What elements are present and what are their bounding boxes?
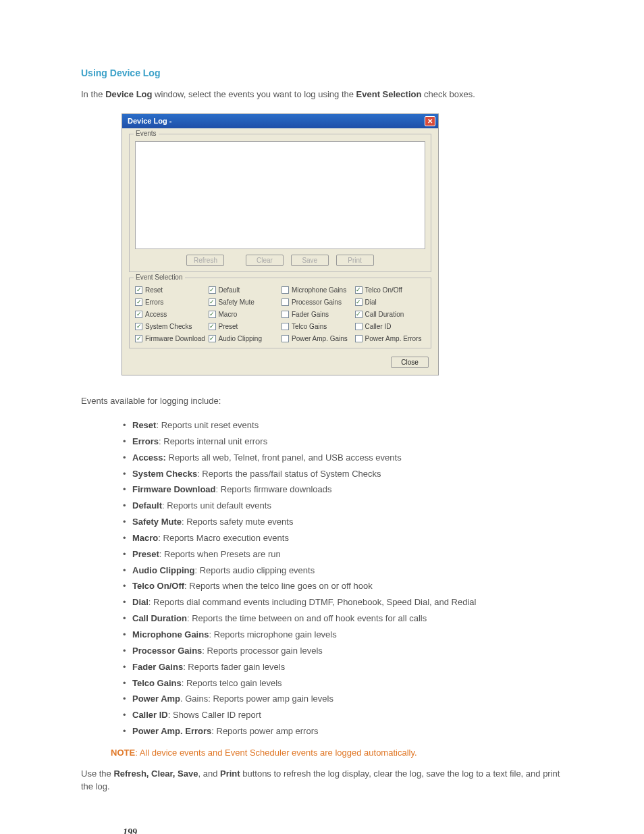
checkbox-label: System Checks <box>145 323 192 330</box>
event-desc: : Reports telco gain levels <box>182 678 282 688</box>
checkbox-safety-mute[interactable]: ✓Safety Mute <box>209 298 279 306</box>
checkbox-label: Processor Gains <box>292 298 342 306</box>
checkbox-box[interactable]: ✓ <box>209 311 216 318</box>
text: Use the <box>81 768 113 779</box>
checkbox-box[interactable]: ✓ <box>135 335 142 342</box>
log-textarea[interactable] <box>135 141 425 249</box>
event-desc: : Reports dial command events including … <box>149 597 477 607</box>
checkbox-label: Macro <box>219 311 238 318</box>
checkbox-box[interactable] <box>281 323 289 330</box>
checkbox-label: Fader Gains <box>292 311 329 318</box>
checkbox-box[interactable]: ✓ <box>135 311 142 318</box>
checkbox-fader-gains[interactable]: Fader Gains <box>281 311 352 318</box>
text: check boxes. <box>421 89 475 99</box>
checkbox-box[interactable]: ✓ <box>355 311 363 318</box>
checkbox-firmware-download[interactable]: ✓Firmware Download <box>135 335 206 342</box>
checkbox-audio-clipping[interactable]: ✓Audio Clipping <box>209 335 279 342</box>
checkbox-label: Telco On/Off <box>365 286 402 294</box>
closing-paragraph: Use the Refresh, Clear, Save, and Print … <box>81 767 563 793</box>
events-group-label: Events <box>134 130 159 137</box>
text: window, select the events you want to lo… <box>153 89 356 99</box>
checkbox-box[interactable]: ✓ <box>209 286 216 294</box>
checkbox-label: Reset <box>145 286 163 294</box>
checkbox-default[interactable]: ✓Default <box>209 286 279 294</box>
print-button[interactable]: Print <box>336 255 374 266</box>
event-desc: : Reports firmware downloads <box>216 484 332 494</box>
event-desc: : Reports audio clipping events <box>194 565 315 575</box>
list-item: Power Amp. Errors: Reports power amp err… <box>123 725 563 738</box>
checkbox-label: Safety Mute <box>219 298 254 306</box>
event-desc: : Reports the pass/fail status of System… <box>197 469 381 479</box>
checkbox-label: Default <box>219 286 240 294</box>
checkbox-box[interactable]: ✓ <box>135 298 142 306</box>
device-log-dialog: Device Log - ✕ Events Refresh Clear Save… <box>122 113 439 375</box>
close-icon[interactable]: ✕ <box>425 116 435 126</box>
list-item: Call Duration: Reports the time between … <box>123 613 563 625</box>
event-name: Telco Gains <box>132 678 182 688</box>
checkbox-box[interactable]: ✓ <box>135 286 142 294</box>
event-name: System Checks <box>132 469 197 479</box>
checkbox-box[interactable]: ✓ <box>209 323 216 330</box>
list-item: Audio Clipping: Reports audio clipping e… <box>123 565 563 577</box>
list-item: Telco On/Off: Reports when the telco lin… <box>123 580 563 593</box>
event-name: Safety Mute <box>132 517 182 527</box>
checkbox-preset[interactable]: ✓Preset <box>209 323 279 330</box>
checkbox-box[interactable]: ✓ <box>209 335 216 342</box>
checkbox-access[interactable]: ✓Access <box>135 311 206 318</box>
checkbox-box[interactable]: ✓ <box>355 298 363 306</box>
event-name: Macro <box>132 533 158 543</box>
checkbox-macro[interactable]: ✓Macro <box>209 311 279 318</box>
section-heading: Using Device Log <box>81 68 563 78</box>
checkbox-box[interactable] <box>281 298 289 306</box>
checkbox-power-amp-gains[interactable]: Power Amp. Gains <box>281 335 352 342</box>
event-desc: : Reports when the telco line goes on or… <box>184 581 373 591</box>
checkbox-label: Power Amp. Errors <box>365 335 422 342</box>
checkbox-box[interactable] <box>355 335 363 342</box>
event-name: Access: <box>132 452 166 463</box>
checkbox-label: Access <box>145 311 167 318</box>
event-desc: : Reports processor gain levels <box>202 646 322 656</box>
clear-button[interactable]: Clear <box>246 255 284 266</box>
list-item: Fader Gains: Reports fader gain levels <box>123 661 563 674</box>
event-name: Microphone Gains <box>132 629 209 640</box>
checkbox-label: Preset <box>219 323 238 330</box>
checkbox-caller-id[interactable]: Caller ID <box>355 323 426 330</box>
list-item: Dial: Reports dial command events includ… <box>123 596 563 609</box>
list-item: Macro: Reports Macro execution events <box>123 532 563 545</box>
checkbox-telco-on-off[interactable]: ✓Telco On/Off <box>355 286 426 294</box>
list-item: Safety Mute: Reports safety mute events <box>123 516 563 529</box>
checkbox-label: Caller ID <box>365 323 392 330</box>
event-name: Preset <box>132 549 159 559</box>
checkbox-label: Power Amp. Gains <box>292 335 348 342</box>
list-item: Power Amp. Gains: Reports power amp gain… <box>123 693 563 706</box>
dialog-titlebar: Device Log - ✕ <box>122 114 438 128</box>
checkbox-box[interactable] <box>281 335 289 342</box>
event-desc: : Reports safety mute events <box>182 517 293 527</box>
checkbox-box[interactable] <box>281 311 289 318</box>
checkbox-microphone-gains[interactable]: Microphone Gains <box>281 286 352 294</box>
event-name: Telco On/Off <box>132 581 184 591</box>
text-bold: Print <box>220 768 240 779</box>
save-button[interactable]: Save <box>291 255 329 266</box>
checkbox-errors[interactable]: ✓Errors <box>135 298 206 306</box>
event-name: Dial <box>132 597 149 607</box>
checkbox-processor-gains[interactable]: Processor Gains <box>281 298 352 306</box>
checkbox-system-checks[interactable]: ✓System Checks <box>135 323 206 330</box>
checkbox-box[interactable]: ✓ <box>135 323 142 330</box>
checkbox-telco-gains[interactable]: Telco Gains <box>281 323 352 330</box>
event-name: Reset <box>132 420 156 430</box>
checkbox-call-duration[interactable]: ✓Call Duration <box>355 311 426 318</box>
checkbox-box[interactable]: ✓ <box>209 298 216 306</box>
close-button[interactable]: Close <box>391 357 429 368</box>
checkbox-reset[interactable]: ✓Reset <box>135 286 206 294</box>
checkbox-box[interactable] <box>281 286 289 294</box>
refresh-button[interactable]: Refresh <box>186 255 224 266</box>
event-name: Power Amp. Errors <box>132 726 211 736</box>
text: In the <box>81 89 105 99</box>
checkbox-power-amp-errors[interactable]: Power Amp. Errors <box>355 335 426 342</box>
checkbox-dial[interactable]: ✓Dial <box>355 298 426 306</box>
checkbox-box[interactable]: ✓ <box>355 286 363 294</box>
intro-paragraph: In the Device Log window, select the eve… <box>81 88 563 101</box>
event-desc: : Reports Macro execution events <box>158 533 289 543</box>
checkbox-box[interactable] <box>355 323 363 330</box>
